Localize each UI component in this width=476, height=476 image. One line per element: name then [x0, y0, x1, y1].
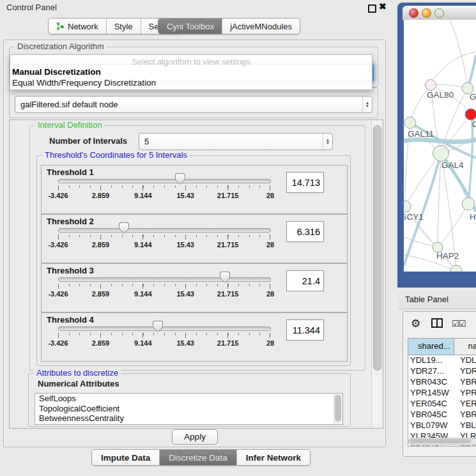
checkbox-icons[interactable]: ☑☑ [452, 319, 465, 328]
list-item[interactable]: BetweennessCentrality [35, 413, 342, 424]
threshold-4-slider-track[interactable] [58, 326, 271, 331]
float-window-icon[interactable] [368, 4, 376, 13]
close-icon[interactable]: ✖ [379, 1, 387, 12]
network-icon [56, 22, 64, 31]
number-of-intervals-combobox[interactable]: 5 ▲▼ [139, 133, 333, 150]
tab-jactivemnodules[interactable]: jActiveMNodules [222, 19, 300, 34]
tick-label: -3.426 [48, 339, 68, 347]
slider-ticks [58, 234, 270, 240]
slider-ticks [58, 333, 270, 339]
cell-shared-name[interactable]: YDL19... [408, 355, 455, 366]
close-traffic-light-icon[interactable] [409, 8, 418, 18]
vertical-scrollbar[interactable] [371, 120, 382, 427]
slider-ticks [58, 185, 270, 191]
cell-shared-name[interactable]: YPR145W [408, 388, 455, 399]
minimize-traffic-light-icon[interactable] [422, 8, 431, 18]
split-column-icon[interactable] [431, 318, 443, 328]
node-gal4[interactable] [433, 146, 449, 162]
threshold-4-label: Threshold 4 [47, 315, 94, 325]
tab-style[interactable]: Style [106, 19, 141, 34]
list-scrollbar-thumb[interactable] [335, 395, 341, 422]
tick-label: 15.43 [176, 192, 194, 199]
tab-network[interactable]: Network [49, 19, 106, 34]
control-panel-title: Control Panel [6, 3, 57, 12]
cell-name[interactable]: YBR0 [455, 377, 476, 388]
column-header-shared-name[interactable]: shared... [408, 339, 454, 355]
cell-shared-name[interactable]: YDR27... [408, 366, 455, 377]
table-row[interactable]: YBR043CYBR0 [408, 377, 476, 388]
number-of-intervals-label: Number of Intervals [49, 136, 127, 146]
table-row[interactable]: YPR145WYPR1 [408, 388, 476, 399]
cell-name[interactable]: YDL1 [455, 355, 476, 366]
slider-tick-labels: -3.4262.8599.14415.4321.71528 [58, 339, 270, 347]
tick-label: 2.859 [92, 192, 110, 199]
node-label: GAL4 [441, 160, 464, 170]
slider-tick-labels: -3.4262.8599.14415.4321.71528 [58, 241, 270, 249]
tab-impute-data[interactable]: Impute Data [92, 450, 159, 465]
numerical-attributes-label: Numerical Attributes [38, 379, 119, 388]
table-row[interactable]: YDR27...YDR2 [408, 366, 476, 377]
node-label: HAP2 [436, 251, 459, 261]
vertical-scrollbar-thumb[interactable] [373, 125, 381, 371]
tick-label: 15.43 [176, 241, 194, 249]
algorithm-option-equal-width[interactable]: Equal Width/Frequency Discretization [12, 78, 156, 88]
table-row[interactable]: YBR045CYBR0 [408, 410, 476, 420]
gear-icon[interactable]: ⚙ [411, 317, 420, 330]
table-row[interactable]: YBL079WYBL0 [408, 420, 476, 431]
cell-name[interactable]: YBL0 [455, 420, 476, 431]
cell-shared-name[interactable]: YBR043C [408, 377, 455, 388]
node-gcy1[interactable] [404, 201, 411, 212]
apply-button[interactable]: Apply [172, 429, 218, 445]
list-item[interactable]: TopologicalCoefficient [35, 404, 342, 414]
threshold-1-slider-track[interactable] [58, 179, 271, 183]
threshold-2-value-field[interactable] [286, 221, 324, 242]
table-row[interactable]: YER054CYER0 [408, 399, 476, 410]
cell-shared-name[interactable]: YER054C [408, 399, 455, 410]
threshold-3-value-field[interactable] [286, 270, 324, 291]
combo-stepper-icon: ▲▼ [362, 96, 372, 112]
algorithm-option-manual[interactable]: Manual Discretization [12, 67, 101, 77]
list-item[interactable]: SelfLoops [35, 394, 342, 404]
threshold-2-slider-track[interactable] [58, 228, 271, 233]
thresholds-group-title: Threshold's Coordinates for 5 Intervals [42, 151, 190, 160]
cell-name[interactable]: YER0 [455, 399, 476, 410]
cell-shared-name[interactable]: YBR045C [408, 410, 455, 420]
network-window-titlebar[interactable] [403, 6, 476, 20]
tick-label: 15.43 [176, 290, 194, 298]
threshold-3-slider-track[interactable] [58, 277, 271, 282]
node-table: shared... na YDL19...YDL1YDR27...YDR2YBR… [408, 338, 476, 447]
network-canvas[interactable]: GAL80 GAL C GAL11 GAL4 GCY1 H HAP2 [404, 20, 476, 272]
tab-infer-network[interactable]: Infer Network [236, 450, 310, 465]
node-label: GAL [470, 92, 476, 102]
interval-definition-group: Interval Definition Number of Intervals … [29, 125, 365, 371]
horizontal-scrollbar-thumb[interactable] [410, 439, 471, 443]
threshold-1-row: Threshold 1 -3.4262.8599.14415.4321.7152… [41, 165, 348, 214]
cell-shared-name[interactable]: YBL079W [408, 420, 455, 431]
list-scrollbar[interactable] [334, 394, 342, 424]
network-window: GAL80 GAL C GAL11 GAL4 GCY1 H HAP2 [397, 3, 476, 288]
node-gal80[interactable] [426, 80, 436, 91]
cell-name[interactable]: YPR1 [455, 388, 476, 399]
table-row[interactable]: YDL19...YDL1 [408, 355, 476, 366]
threshold-4-value-field[interactable] [286, 319, 324, 341]
zoom-traffic-light-icon[interactable] [434, 8, 444, 18]
table-data-combobox[interactable]: galFiltered.sif default node ▲▼ [15, 96, 372, 113]
cell-name[interactable]: YBR0 [455, 410, 476, 420]
column-header-name[interactable]: na [454, 339, 476, 355]
threshold-1-value-field[interactable] [286, 172, 324, 193]
numerical-attributes-list[interactable]: SelfLoopsTopologicalCoefficientBetweenne… [35, 393, 343, 425]
cell-name[interactable]: YDR2 [455, 366, 476, 377]
tab-discretize-data[interactable]: Discretize Data [159, 450, 236, 465]
tick-label: 2.859 [92, 290, 110, 298]
top-tab-bar: Network Style Select Cyni Toolbox jActiv… [0, 18, 388, 35]
tick-label: 21.715 [217, 192, 239, 199]
threshold-3-label: Threshold 3 [47, 266, 94, 275]
node-gal11[interactable] [404, 117, 416, 128]
tab-cyni-toolbox[interactable]: Cyni Toolbox [158, 19, 222, 34]
node-h-cut[interactable] [462, 197, 475, 210]
tick-label: 15.43 [176, 339, 194, 347]
tick-label: 28 [266, 192, 274, 199]
horizontal-scrollbar[interactable] [408, 438, 476, 445]
node-red-selected[interactable] [465, 109, 476, 120]
algorithm-placeholder-option[interactable]: Select algorithm to view settings [10, 57, 372, 66]
